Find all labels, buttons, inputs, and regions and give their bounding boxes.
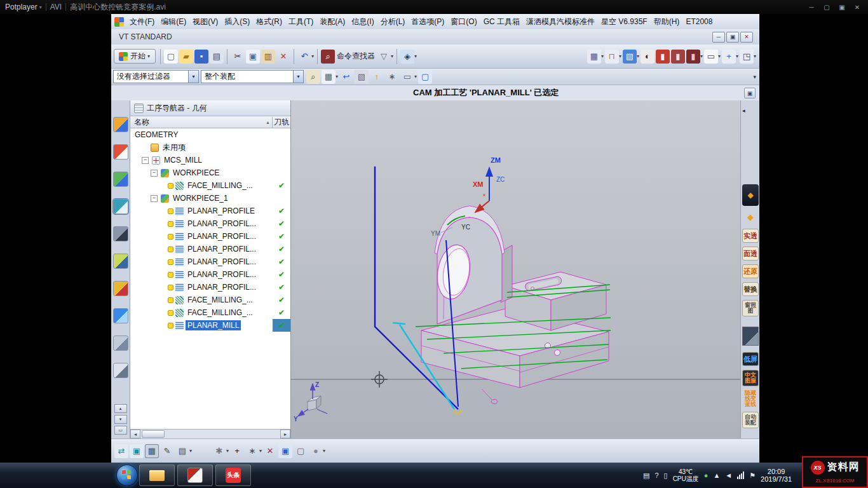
chevron-down-icon[interactable]: ▾ [736, 53, 738, 59]
tree-row-FACE_MILLING_-[interactable]: FACE_MILLING_...✔ [130, 306, 290, 319]
orient-view-icon[interactable]: ◳ [740, 50, 754, 64]
command-finder-icon[interactable]: ⌕ [321, 50, 335, 64]
chevron-down-icon[interactable]: ▾ [414, 74, 417, 79]
close-icon[interactable]: ✕ [850, 2, 864, 12]
grid-edit-icon[interactable]: ▦ [322, 70, 336, 84]
process-assistant-icon[interactable] [113, 254, 128, 269]
menu-item-14[interactable]: 星空 V6.935F [598, 17, 651, 27]
maroon-cube-icon[interactable]: ▮ [671, 50, 685, 64]
tree-row-PLANAR_PROFIL-[interactable]: PLANAR_PROFIL...✔ [130, 281, 290, 294]
new-file-icon[interactable]: ▢ [164, 50, 178, 64]
tree-row-PLANAR_PROFIL-[interactable]: PLANAR_PROFIL...✔ [130, 217, 290, 230]
cascade-window-icon[interactable]: ▦ [145, 444, 159, 458]
menu-item-6[interactable]: 工具(T) [285, 17, 316, 27]
lift-icon[interactable]: ↑ [370, 70, 384, 84]
chevron-down-icon[interactable]: ▾ [311, 53, 314, 59]
finder-filter-icon[interactable]: ▽ [377, 50, 391, 64]
tree-row-PLANAR_PROFIL-[interactable]: PLANAR_PROFIL...✔ [130, 243, 290, 255]
menu-item-9[interactable]: 分析(L) [377, 17, 409, 27]
player-app-menu[interactable]: Potplayer ▾ [5, 3, 42, 11]
tool-palette-icon[interactable]: ✱ [212, 444, 226, 458]
help-icon[interactable]: ? [654, 471, 658, 480]
snap-point-icon[interactable]: ∗ [245, 444, 259, 458]
navigator-hscrollbar[interactable]: ◂ ▸ [130, 429, 290, 438]
chevron-down-icon[interactable]: ▾ [323, 448, 325, 454]
paste-icon[interactable]: ▥ [261, 50, 275, 64]
selection-scope-select[interactable]: 整个装配 ▾ [201, 70, 304, 83]
replace-button[interactable]: 替换 [742, 282, 759, 296]
open-icon[interactable]: ▰ [179, 50, 193, 64]
tree-row-PLANAR_PROFILE[interactable]: PLANAR_PROFILE✔ [130, 205, 290, 217]
new-window-icon[interactable]: ▣ [130, 444, 144, 458]
snap-diamond-button[interactable]: ◆ [742, 210, 759, 224]
tree-row--[interactable]: 未用项 [130, 141, 290, 154]
chevron-down-icon[interactable]: ▾ [336, 74, 338, 79]
menu-item-11[interactable]: 窗口(O) [447, 17, 480, 27]
start-menu-button[interactable]: 开始▾ [114, 49, 156, 64]
menu-item-3[interactable]: 视图(V) [189, 17, 221, 27]
minimize-icon[interactable]: ─ [804, 2, 818, 12]
scroll-up-icon[interactable]: ▴ [114, 404, 127, 413]
history-palette-icon[interactable] [113, 336, 128, 351]
assembly-clamp-icon[interactable]: ⊓ [605, 50, 619, 64]
command-finder-label[interactable]: 命令查找器 [337, 51, 375, 62]
solid-translucent-button[interactable]: 实透 [742, 229, 759, 243]
menu-item-7[interactable]: 装配(A) [316, 17, 348, 27]
network-icon[interactable] [737, 471, 744, 479]
toutiao-button[interactable]: 头条 [215, 464, 251, 486]
scroll-down-icon[interactable]: ▾ [114, 415, 127, 424]
reuse-library-icon[interactable] [113, 281, 128, 296]
expand-toggle-icon[interactable]: − [151, 195, 158, 202]
show-hidden-icons[interactable]: ▲ [713, 471, 720, 479]
chevron-down-icon[interactable]: ▾ [718, 53, 721, 59]
nx-minimize-icon[interactable]: ─ [712, 32, 725, 43]
tree-row-FACE_MILLING_-[interactable]: FACE_MILLING_...✔ [130, 179, 290, 192]
menu-item-1[interactable]: 文件(F) [126, 17, 158, 27]
battery-icon[interactable]: ▯ [664, 471, 668, 480]
panel-grip[interactable]: ▭ [114, 426, 127, 435]
expand-toggle-icon[interactable]: − [142, 157, 149, 164]
expand-toggle-icon[interactable]: − [151, 170, 158, 177]
copy-icon[interactable]: ▣ [246, 50, 260, 64]
chevron-down-icon[interactable]: ▾ [601, 53, 604, 59]
snap-grid-icon[interactable]: ▦ [587, 50, 601, 64]
column-name-header[interactable]: 名称 [130, 117, 266, 128]
dark-cube-icon[interactable]: ▮ [686, 50, 700, 64]
fullscreen-icon[interactable]: ▣ [835, 2, 849, 12]
auto-assembly-button[interactable]: 自动装配 [742, 412, 759, 428]
chevron-down-icon[interactable]: ▾ [637, 53, 639, 59]
print-icon[interactable]: ▤ [210, 50, 224, 64]
chevron-down-icon[interactable]: ▾ [700, 53, 703, 59]
scrollbar-thumb[interactable] [142, 430, 165, 438]
touch-mode-icon[interactable]: ◈ [400, 50, 414, 64]
menu-item-12[interactable]: GC 工具箱 [480, 17, 523, 27]
view-thumbnail-button[interactable] [742, 327, 759, 346]
cut-icon[interactable]: ✂ [231, 50, 245, 64]
window-menu-icon[interactable]: ▤ [175, 444, 189, 458]
revert-icon[interactable]: ↩ [339, 70, 353, 84]
assembly-navigator-icon[interactable] [113, 117, 128, 132]
nx-close-icon[interactable]: ✕ [740, 32, 753, 43]
explorer-button[interactable] [139, 464, 175, 486]
menu-item-13[interactable]: 潇洒模具汽模标准件 [523, 17, 598, 27]
snap-point-icon[interactable]: ∗ [385, 70, 399, 84]
gray-cube-icon[interactable]: ▧ [355, 70, 369, 84]
tree-row-FACE_MILLING_-[interactable]: FACE_MILLING_...✔ [130, 294, 290, 306]
chevron-down-icon[interactable]: ▾ [391, 53, 393, 59]
menu-item-16[interactable]: ET2008 [682, 17, 715, 26]
display-mode-icon[interactable]: ▭ [704, 50, 718, 64]
screen-capture-button[interactable]: 低屏 [742, 352, 759, 366]
menu-item-2[interactable]: 编辑(E) [158, 17, 189, 27]
navigator-title-bar[interactable]: 工序导航器 - 几何 [130, 100, 290, 116]
constraint-navigator-icon[interactable] [113, 144, 128, 159]
toolbar-overflow-icon[interactable]: ▾ [753, 74, 756, 80]
quick-pick-button[interactable]: ◆ [742, 184, 759, 206]
taskbar-clock[interactable]: 20:092019/7/31 [761, 468, 792, 483]
chevron-down-icon[interactable]: ▾ [414, 53, 417, 59]
part-cube-icon[interactable]: ▢ [294, 444, 308, 458]
scroll-left-icon[interactable]: ◂ [130, 430, 140, 438]
tree-row-PLANAR_PROFIL-[interactable]: PLANAR_PROFIL...✔ [130, 255, 290, 268]
pen-input-icon[interactable]: ▤ [643, 471, 649, 480]
dashed-rect-icon[interactable]: ▭ [400, 70, 414, 84]
menu-item-5[interactable]: 格式(R) [253, 17, 285, 27]
